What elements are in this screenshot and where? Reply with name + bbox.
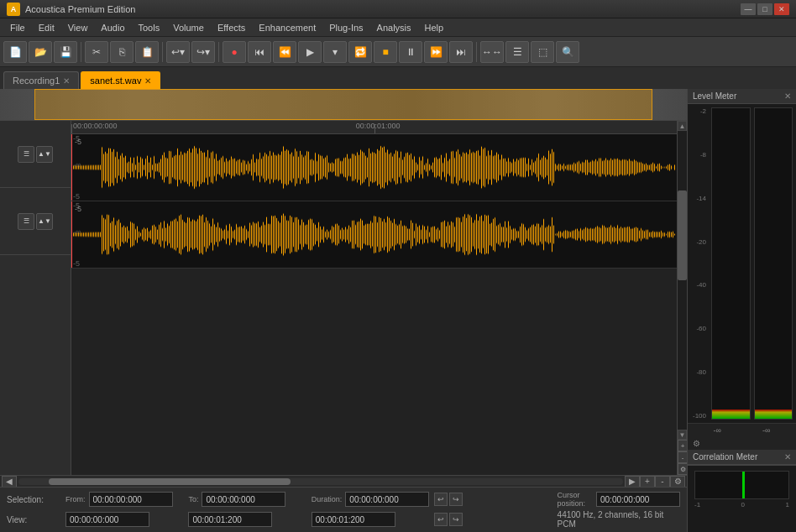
track1-icon2[interactable]: ▲▼	[36, 146, 53, 163]
play-dropdown-button[interactable]: ▾	[323, 41, 347, 63]
waveform-area: ☰ ▲▼ ☰ ▲▼ 00:00:00:000 00:00:01:000	[0, 89, 687, 532]
level-bar-left	[711, 107, 751, 420]
menu-item-file[interactable]: File	[3, 21, 32, 34]
horizontal-scrollbar[interactable]: ◀ ▶ + - ⚙	[0, 475, 687, 487]
menu-item-enhancement[interactable]: Enhancement	[252, 21, 322, 34]
level-settings-icon[interactable]: ⚙	[693, 439, 700, 448]
stop-button[interactable]: ■	[374, 41, 397, 63]
level-meter-close[interactable]: ✕	[784, 91, 791, 101]
cursor-position[interactable]	[596, 492, 680, 507]
fast-forward-button[interactable]: ⏩	[424, 41, 448, 63]
playhead-1	[71, 134, 72, 201]
zoom-settings-h[interactable]: ⚙	[670, 476, 685, 488]
paste-button[interactable]: 📋	[135, 41, 159, 63]
tab-sanet-close[interactable]: ✕	[144, 76, 151, 86]
tab-recording1[interactable]: Recording1 ✕	[3, 71, 79, 89]
track2-icon1[interactable]: ☰	[18, 213, 34, 230]
view-button[interactable]: ☰	[505, 41, 529, 63]
tab-sanet[interactable]: sanet.st.wav ✕	[81, 71, 160, 89]
track-content[interactable]: 00:00:00:000 00:00:01:000	[71, 121, 677, 475]
from-label: From:	[65, 495, 86, 503]
sep2	[162, 42, 163, 62]
selection-redo[interactable]: ↪	[449, 493, 463, 506]
overview-waveform[interactable]	[0, 89, 687, 121]
vscroll-down[interactable]: ▼	[678, 430, 687, 440]
level-meter-content: -2 -8 -14 -20 -40 -60 -80 -100	[688, 104, 796, 423]
zoom-in-h[interactable]: +	[640, 476, 655, 488]
track-header-1: ☰ ▲▼	[0, 121, 71, 188]
minimize-button[interactable]: —	[741, 3, 756, 15]
rewind-button[interactable]: ⏪	[273, 41, 296, 63]
overview-selection[interactable]	[34, 89, 652, 120]
vscroll-track[interactable]	[678, 131, 687, 430]
hscroll-thumb[interactable]	[49, 478, 291, 485]
track-headers: ☰ ▲▼ ☰ ▲▼	[0, 121, 71, 475]
ruler-mark-0	[71, 124, 72, 133]
loop-button[interactable]: 🔁	[348, 41, 372, 63]
tab-recording1-close[interactable]: ✕	[63, 76, 70, 86]
go-start-button[interactable]: ⏮	[248, 41, 271, 63]
track2-icon2[interactable]: ▲▼	[36, 213, 53, 230]
track1-icon1[interactable]: ☰	[18, 146, 34, 163]
new-button[interactable]: 📄	[3, 41, 27, 63]
play-button[interactable]: ▶	[298, 41, 322, 63]
zoom-out-h[interactable]: -	[655, 476, 670, 488]
zoom-in-v[interactable]: +	[678, 440, 687, 451]
view-undo[interactable]: ↩	[434, 513, 448, 526]
menubar: FileEditViewAudioToolsVolumeEffectsEnhan…	[0, 18, 796, 37]
menu-item-volume[interactable]: Volume	[166, 21, 211, 34]
menu-item-audio[interactable]: Audio	[94, 21, 131, 34]
correlation-scale: -1 0 1	[691, 501, 793, 509]
track1-waveform[interactable]: -5	[71, 134, 677, 201]
copy-button[interactable]: ⎘	[110, 41, 134, 63]
menu-item-effects[interactable]: Effects	[211, 21, 252, 34]
titlebar: A Acoustica Premium Edition — □ ✕	[0, 0, 796, 18]
tabs: Recording1 ✕ sanet.st.wav ✕	[0, 67, 796, 89]
scale-20: -20	[691, 238, 706, 246]
zoom-out-v[interactable]: -	[678, 451, 687, 463]
menu-item-view[interactable]: View	[61, 21, 95, 34]
track2-waveform[interactable]: -5	[71, 201, 677, 269]
vscroll-up[interactable]: ▲	[678, 121, 687, 131]
level-fill-right	[755, 409, 793, 419]
vertical-scrollbar[interactable]: ▲ ▼ + - ⚙	[677, 121, 687, 475]
menu-item-help[interactable]: Help	[418, 21, 451, 34]
go-end-button[interactable]: ⏭	[449, 41, 473, 63]
menu-item-tools[interactable]: Tools	[132, 21, 167, 34]
pause-button[interactable]: ⏸	[399, 41, 422, 63]
correlation-content: -1 0 1	[688, 466, 796, 512]
track2-db-label-top: -5	[75, 205, 81, 213]
correlation-meter-title: Correlation Meter	[693, 452, 757, 462]
view-from[interactable]	[65, 512, 149, 527]
corr-scale-right: 1	[786, 501, 789, 509]
selection-to[interactable]	[202, 492, 285, 507]
scroll-right[interactable]: ▶	[625, 476, 640, 488]
hscroll-track[interactable]	[18, 478, 623, 485]
scroll-left[interactable]: ◀	[2, 476, 17, 488]
loop-region-button[interactable]: ↔↔	[480, 41, 504, 63]
menu-item-edit[interactable]: Edit	[32, 21, 61, 34]
menu-item-plug-ins[interactable]: Plug-Ins	[322, 21, 369, 34]
redo-button[interactable]: ↪▾	[191, 41, 215, 63]
menu-item-analysis[interactable]: Analysis	[370, 21, 418, 34]
correlation-meter-close[interactable]: ✕	[784, 452, 791, 462]
zoom-button[interactable]: 🔍	[556, 41, 579, 63]
save-button[interactable]: 💾	[54, 41, 77, 63]
selection-from[interactable]	[89, 492, 173, 507]
zoom-reset-v[interactable]: ⚙	[678, 463, 687, 475]
undo-button[interactable]: ↩▾	[166, 41, 190, 63]
selection-duration[interactable]	[345, 492, 429, 507]
selection-undo[interactable]: ↩	[434, 493, 448, 506]
cut-button[interactable]: ✂	[85, 41, 108, 63]
duration-label: Duration:	[312, 495, 343, 503]
select-button[interactable]: ⬚	[531, 41, 554, 63]
view-redo[interactable]: ↪	[449, 513, 463, 526]
view-duration[interactable]	[312, 512, 395, 527]
view-to[interactable]	[188, 512, 272, 527]
open-button[interactable]: 📂	[29, 41, 52, 63]
maximize-button[interactable]: □	[757, 3, 772, 15]
record-button[interactable]: ●	[223, 41, 246, 63]
vscroll-thumb[interactable]	[678, 190, 687, 280]
close-button[interactable]: ✕	[774, 3, 789, 15]
track-header-2: ☰ ▲▼	[0, 188, 71, 255]
